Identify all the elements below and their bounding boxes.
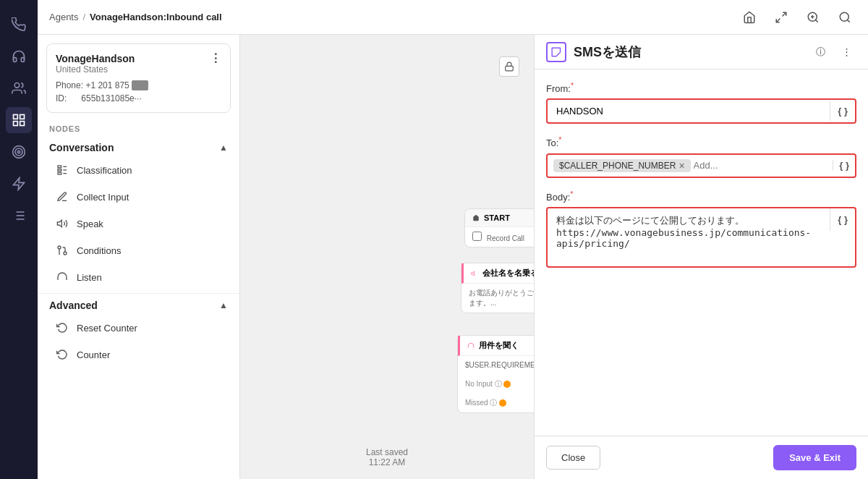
svg-point-30 xyxy=(64,252,67,255)
speak-node-1[interactable]: 会社名を名乗る お電話ありがとうございます。... xyxy=(461,263,534,313)
speak-node-1-body: お電話ありがとうございます。... xyxy=(461,284,534,313)
svg-point-7 xyxy=(17,151,20,153)
agent-menu-btn[interactable]: ⋮ xyxy=(210,53,221,64)
reset-counter-icon xyxy=(55,321,69,335)
id-value: 655b131085e··· xyxy=(81,93,141,103)
counter-icon xyxy=(55,347,69,362)
breadcrumb: Agents / VonageHandson:Inbound call xyxy=(49,12,222,22)
sidebar-icon-target[interactable] xyxy=(6,139,32,165)
record-call-check[interactable] xyxy=(472,232,482,241)
from-curly-btn[interactable]: { } xyxy=(830,101,855,121)
collect-input-icon xyxy=(55,190,69,204)
body-label: Body:* xyxy=(546,190,856,203)
start-node[interactable]: START Record Call xyxy=(464,208,534,247)
from-input-row: { } xyxy=(546,98,856,124)
breadcrumb-separator: / xyxy=(82,12,85,22)
save-exit-button[interactable]: Save & Exit xyxy=(773,445,856,470)
to-input-row[interactable]: $CALLER_PHONE_NUMBER × { } xyxy=(546,153,856,178)
node-classification[interactable]: Classification xyxy=(43,157,234,183)
sidebar-icon-users[interactable] xyxy=(6,75,32,101)
sidebar-icon-headset[interactable] xyxy=(6,43,32,69)
svg-marker-29 xyxy=(57,220,61,226)
panel-title: SMSを送信 xyxy=(574,43,641,61)
svg-marker-34 xyxy=(472,271,475,276)
classification-icon xyxy=(55,163,69,177)
node-counter[interactable]: Counter xyxy=(43,342,234,368)
panel-more-btn[interactable]: ⋮ xyxy=(836,42,856,62)
counter-label: Counter xyxy=(77,349,110,360)
svg-rect-1 xyxy=(14,115,18,119)
breadcrumb-current: VonageHandson:Inbound call xyxy=(90,12,221,22)
home-icon-btn[interactable] xyxy=(738,6,761,29)
listen-node[interactable]: 用件を聞く $USER.REQUIREMENT_用件を聞く No Input ⓘ… xyxy=(457,335,534,413)
sidebar-icon-list[interactable] xyxy=(6,203,32,229)
node-listen[interactable]: Listen xyxy=(43,264,234,290)
svg-line-22 xyxy=(847,20,849,22)
sidebar-icon-grid[interactable] xyxy=(6,107,32,133)
content-row: VonageHandson United States ⋮ Phone: +1 … xyxy=(38,35,868,479)
caller-phone-tag-text: $CALLER_PHONE_NUMBER xyxy=(559,161,676,171)
right-panel-footer: Close Save & Exit xyxy=(535,436,868,479)
body-curly-btn[interactable]: { } xyxy=(830,208,855,231)
zoom-icon-btn[interactable] xyxy=(801,6,825,29)
start-node-body: Record Call xyxy=(465,227,534,247)
advanced-title: Advanced xyxy=(49,300,98,311)
caller-phone-tag-remove[interactable]: × xyxy=(678,161,684,171)
svg-line-15 xyxy=(783,12,786,16)
phone-mask xyxy=(132,80,148,90)
agent-name: VonageHandson xyxy=(56,53,204,64)
reset-counter-label: Reset Counter xyxy=(77,323,137,334)
conversation-section-header[interactable]: Conversation ▲ xyxy=(38,139,239,156)
sidebar-icon-bolt[interactable] xyxy=(6,171,32,197)
breadcrumb-agents[interactable]: Agents xyxy=(49,12,78,22)
svg-rect-23 xyxy=(58,166,61,168)
listen-node-body: $USER.REQUIREMENT_用件を聞く xyxy=(458,356,534,375)
agent-info: Phone: +1 201 875 ID: 655b131085e··· xyxy=(56,80,221,103)
svg-line-18 xyxy=(815,20,817,22)
svg-rect-24 xyxy=(58,169,61,171)
right-panel: SMSを送信 ⓘ ⋮ From:* { } xyxy=(534,35,868,479)
agent-card: VonageHandson United States ⋮ Phone: +1 … xyxy=(46,43,231,113)
to-curly-btn[interactable]: { } xyxy=(833,160,849,171)
node-reset-counter[interactable]: Reset Counter xyxy=(43,315,234,341)
svg-point-0 xyxy=(14,83,20,88)
main-area: Agents / VonageHandson:Inbound call xyxy=(38,0,868,479)
body-textarea[interactable]: 料金は以下のページにて公開しております。 https://www.vonageb… xyxy=(548,208,830,266)
search-icon-btn[interactable] xyxy=(833,6,856,29)
id-label: ID: xyxy=(56,93,67,103)
panel-icon-box xyxy=(546,42,566,62)
fullscreen-icon-btn[interactable] xyxy=(770,6,793,29)
svg-rect-2 xyxy=(20,115,25,119)
from-input[interactable] xyxy=(548,100,830,122)
conversation-chevron-icon: ▲ xyxy=(219,143,228,153)
advanced-section-header[interactable]: Advanced ▲ xyxy=(38,297,239,314)
svg-rect-3 xyxy=(20,122,25,126)
from-field-group: From:* { } xyxy=(546,81,856,124)
panel-info-btn[interactable]: ⓘ xyxy=(810,42,830,62)
to-label: To:* xyxy=(546,135,856,148)
body-textarea-row: 料金は以下のページにて公開しております。 https://www.vonageb… xyxy=(546,207,856,268)
phone-label: Phone: xyxy=(56,80,83,90)
svg-rect-25 xyxy=(58,172,61,174)
listen-icon xyxy=(55,270,69,284)
advanced-chevron-icon: ▲ xyxy=(219,300,228,310)
to-add-input[interactable] xyxy=(694,160,815,171)
classification-label: Classification xyxy=(77,165,132,176)
conditions-label: Conditions xyxy=(77,245,121,256)
node-collect-input[interactable]: Collect Input xyxy=(43,184,234,210)
node-speak[interactable]: Speak xyxy=(43,211,234,237)
speak-icon xyxy=(55,216,69,231)
right-panel-header: SMSを送信 ⓘ ⋮ xyxy=(535,35,868,69)
last-saved-label: Last saved xyxy=(366,447,408,457)
collect-input-label: Collect Input xyxy=(77,192,129,203)
close-button[interactable]: Close xyxy=(546,446,600,470)
svg-point-31 xyxy=(58,246,61,249)
speak-node-1-label: 会社名を名乗る xyxy=(482,268,534,279)
node-conditions[interactable]: Conditions xyxy=(43,237,234,263)
svg-point-6 xyxy=(15,148,22,156)
lock-btn[interactable] xyxy=(499,56,519,77)
svg-marker-8 xyxy=(14,178,25,190)
topbar: Agents / VonageHandson:Inbound call xyxy=(38,0,868,35)
canvas-area[interactable]: START Record Call 会社名を名乗る お電話ありがとうございます。… xyxy=(240,35,534,479)
sidebar-icon-phone[interactable] xyxy=(6,12,32,38)
